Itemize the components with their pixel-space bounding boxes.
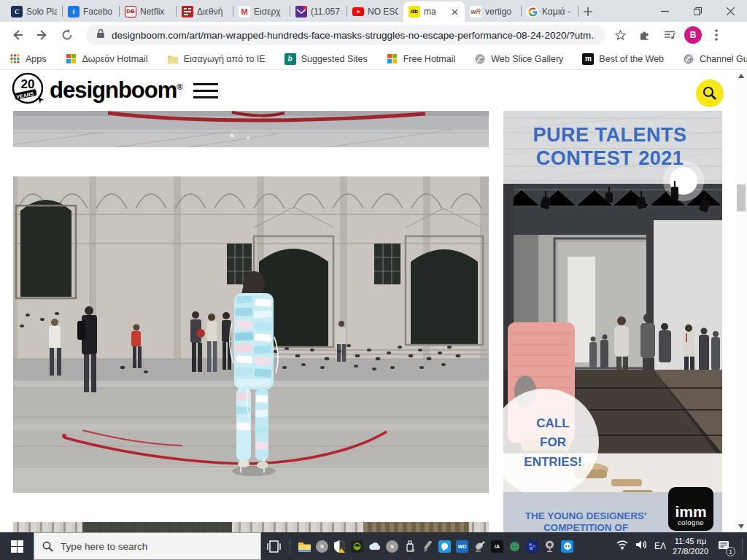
bookmark-import-ie[interactable]: Εισαγωγή από το IE bbox=[167, 53, 266, 65]
volume-icon[interactable] bbox=[635, 540, 648, 553]
bookmark-channel-guide[interactable]: Channel Guide bbox=[683, 53, 747, 65]
ad-title-line2: CONTEST 2021 bbox=[503, 147, 716, 171]
tab-label: ma bbox=[424, 7, 446, 17]
tab-youtube[interactable]: NO ESC bbox=[347, 1, 403, 22]
show-desktop-edge[interactable] bbox=[742, 537, 743, 555]
profile-avatar[interactable]: B bbox=[684, 26, 702, 44]
page-viewport: 20 YEARS designboom® bbox=[0, 70, 747, 532]
mail-favicon bbox=[295, 6, 307, 18]
registered-mark: ® bbox=[177, 82, 182, 91]
reload-icon[interactable] bbox=[57, 25, 77, 45]
ad-call-line2: FOR bbox=[505, 433, 601, 452]
tab-wordreference[interactable]: wR vertigo bbox=[465, 1, 521, 22]
search-icon bbox=[42, 541, 53, 552]
imm-cologne-logo[interactable]: imm cologne bbox=[668, 487, 713, 531]
dark-doorway-strip bbox=[82, 522, 232, 532]
tab-label: Καμιά - bbox=[542, 7, 573, 17]
media-controls-icon[interactable] bbox=[659, 25, 680, 45]
url-text[interactable]: designboom.com/art/man-wrapped-hundreds-… bbox=[112, 30, 595, 41]
language-indicator[interactable]: ΕΛ bbox=[654, 541, 666, 551]
address-bar[interactable]: designboom.com/art/man-wrapped-hundreds-… bbox=[86, 25, 605, 45]
webcam-icon[interactable] bbox=[543, 540, 556, 553]
youtube-favicon bbox=[352, 6, 364, 18]
browser-menu-icon[interactable] bbox=[706, 25, 727, 45]
forward-icon[interactable] bbox=[32, 25, 53, 45]
action-center-icon[interactable]: 1 bbox=[715, 537, 734, 556]
skype-icon[interactable]: S bbox=[316, 540, 328, 553]
imm-wordmark: imm bbox=[675, 505, 706, 518]
bookmark-label: Channel Guide bbox=[700, 54, 747, 64]
file-explorer-icon[interactable] bbox=[298, 540, 311, 553]
lock-icon[interactable] bbox=[96, 28, 105, 42]
tab-diethni[interactable]: Διεθνή bbox=[177, 1, 233, 22]
bookmark-best-of-web[interactable]: m Best of the Web bbox=[582, 53, 664, 65]
nvidia-icon[interactable] bbox=[351, 540, 363, 553]
tab-label: Διεθνή bbox=[197, 7, 228, 17]
sidebar-ad-pure-talents[interactable]: PURE TALENTS CONTEST 2021 CALL FOR ENTRI… bbox=[503, 111, 722, 532]
tab-google-search[interactable]: Καμιά - bbox=[522, 1, 578, 22]
carved-stone-strip bbox=[363, 522, 469, 532]
satellite-dish-icon[interactable] bbox=[473, 540, 486, 553]
new-tab-button[interactable] bbox=[578, 2, 597, 21]
norton-icon[interactable] bbox=[526, 540, 538, 553]
search-input[interactable] bbox=[61, 541, 236, 552]
bookmark-dorean-hotmail[interactable]: Δωρεάν Hotmail bbox=[66, 53, 148, 65]
wifi-icon[interactable] bbox=[616, 540, 629, 553]
scrollbar-up-arrow[interactable] bbox=[735, 70, 747, 82]
minimize-button[interactable] bbox=[649, 0, 681, 22]
usb-eject-icon[interactable] bbox=[403, 540, 416, 553]
back-icon[interactable] bbox=[7, 25, 28, 45]
tab-label: NO ESC bbox=[368, 7, 398, 17]
taskbar-clock[interactable]: 11:45 πμ 27/8/2020 bbox=[673, 536, 708, 557]
google-favicon bbox=[527, 6, 538, 18]
wd-icon[interactable]: WD bbox=[456, 540, 468, 553]
bookmark-suggested-sites[interactable]: b Suggested Sites bbox=[285, 53, 368, 65]
scrollbar-down-arrow[interactable] bbox=[735, 521, 747, 532]
bookmark-star-icon[interactable] bbox=[610, 25, 630, 45]
designboom-20-years-badge[interactable]: 20 YEARS bbox=[10, 71, 47, 110]
tab-label: (11.057 bbox=[311, 7, 341, 17]
tab-gmail[interactable]: M Εισερχ bbox=[233, 1, 290, 22]
taskbar-pinned-icons: S S WD /A bbox=[298, 540, 573, 553]
bookmark-label: Free Hotmail bbox=[403, 54, 456, 64]
slash-a-icon[interactable]: /A bbox=[491, 540, 503, 553]
apps-grid-icon bbox=[9, 53, 20, 65]
menu-hamburger-icon[interactable] bbox=[193, 79, 218, 103]
cologne-wordmark: cologne bbox=[678, 518, 704, 526]
tab-designboom-active[interactable]: db ma bbox=[403, 1, 465, 22]
bookmark-free-hotmail[interactable]: Free Hotmail bbox=[387, 53, 456, 65]
close-button[interactable] bbox=[714, 0, 747, 22]
skype-icon[interactable]: S bbox=[386, 540, 398, 553]
scrollbar-thumb[interactable] bbox=[737, 184, 746, 211]
tab-mail-count[interactable]: (11.057 bbox=[290, 1, 347, 22]
tab-facebook[interactable]: f Facebo bbox=[63, 1, 119, 22]
browser-tab-strip: C Solo Pia f Facebo DB Netflix Διεθνή M … bbox=[0, 0, 747, 22]
wordreference-favicon: wR bbox=[470, 6, 481, 18]
task-view-button[interactable] bbox=[261, 532, 286, 560]
page-scrollbar[interactable] bbox=[735, 70, 747, 532]
taskbar-search-box[interactable] bbox=[34, 532, 261, 560]
tab-close-icon[interactable] bbox=[449, 7, 460, 17]
bookmark-apps[interactable]: Apps bbox=[9, 53, 47, 65]
brush-tool-icon[interactable] bbox=[421, 540, 433, 553]
bookmark-web-slice-gallery[interactable]: Web Slice Gallery bbox=[474, 53, 563, 65]
defender-shield-icon[interactable] bbox=[333, 540, 346, 553]
restore-button[interactable] bbox=[681, 0, 714, 22]
tab-label: Netflix bbox=[140, 7, 171, 17]
solo-piano-favicon: C bbox=[11, 6, 23, 18]
bookmark-label: Suggested Sites bbox=[301, 54, 368, 64]
tab-solo-piano[interactable]: C Solo Pia bbox=[6, 1, 62, 22]
green-globe-icon[interactable] bbox=[508, 540, 521, 553]
start-button[interactable] bbox=[0, 532, 34, 560]
messenger-chat-icon[interactable] bbox=[438, 540, 451, 553]
teamviewer-icon[interactable] bbox=[561, 540, 573, 553]
designboom-logo[interactable]: designboom® bbox=[50, 77, 182, 104]
tab-netflix[interactable]: DB Netflix bbox=[120, 1, 176, 22]
tab-label: Facebo bbox=[83, 7, 114, 17]
extensions-puzzle-icon[interactable] bbox=[635, 25, 655, 45]
tab-label: Solo Pia bbox=[26, 7, 57, 17]
site-header: 20 YEARS designboom® bbox=[0, 70, 729, 111]
site-search-button[interactable] bbox=[696, 79, 724, 107]
onedrive-icon[interactable] bbox=[368, 540, 381, 553]
tab-label: vertigo bbox=[485, 7, 516, 17]
